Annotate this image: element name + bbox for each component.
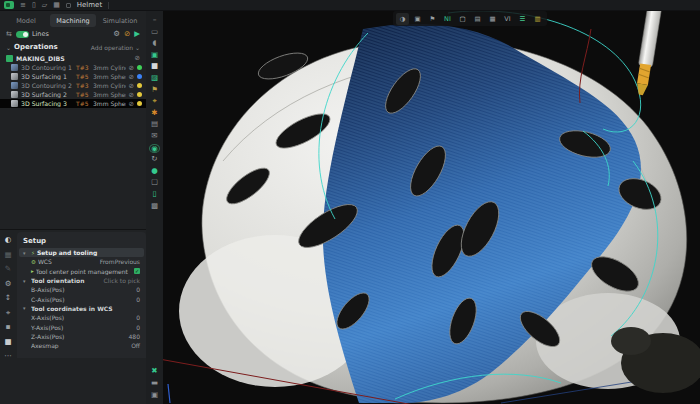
topbar-divider xyxy=(108,2,109,9)
gesture-icon[interactable]: ✱ xyxy=(149,109,160,118)
setup-row-label: B-Axis(Pos) xyxy=(31,286,134,293)
gear-icon[interactable]: ⚙ xyxy=(113,29,120,39)
viewport-3d[interactable]: ◑ ▣ ⚑ NI ▢ ▤ ▦ VI ☰ ▥ xyxy=(163,11,700,404)
settings-gear-icon[interactable]: ⚙ xyxy=(5,279,12,288)
setup-row-value[interactable]: 0 xyxy=(136,286,140,293)
setup-row-c-axis[interactable]: C-Axis(Pos) 0 xyxy=(17,294,146,303)
ni-toggle[interactable]: NI xyxy=(441,13,454,25)
gallery-icon[interactable]: ▦ xyxy=(53,1,60,10)
visibility-icon[interactable]: ⊘ xyxy=(129,91,134,99)
caret-icon[interactable]: ▾ xyxy=(23,278,29,284)
operation-row[interactable]: 3D Surfacing 1 T#5 3mm Spherical mill ⊘ xyxy=(0,72,146,81)
stock-icon[interactable]: ■ xyxy=(149,62,160,71)
setup-row-value[interactable]: 0 xyxy=(136,296,140,303)
stock-view-icon[interactable]: ▣ xyxy=(411,13,424,25)
bolt-icon: ⚡ xyxy=(31,250,35,256)
operation-group-row[interactable]: MAKING_DIBS ⊘ xyxy=(0,53,146,63)
view-globe-icon[interactable]: ◐ xyxy=(5,235,12,244)
tab-simulation[interactable]: Simulation xyxy=(97,14,143,27)
fixture-icon[interactable]: ▨ xyxy=(149,74,160,83)
operation-row-selected[interactable]: 3D Surfacing 3 T#5 3mm Spherical mill ⊘ xyxy=(0,99,146,108)
document-icon[interactable]: ▤ xyxy=(149,120,160,129)
collapse-caret-icon[interactable]: ⌄ xyxy=(6,44,11,51)
frame-icon[interactable]: ▯ xyxy=(149,190,160,199)
setup-row-tool-orientation[interactable]: ▾ Tool orientation Click to pick xyxy=(17,276,146,285)
setup-row-value[interactable]: 480 xyxy=(129,333,140,340)
operation-name: 3D Surfacing 1 xyxy=(21,73,73,80)
tab-machining[interactable]: Machining xyxy=(50,14,96,27)
checkbox-checked[interactable]: ✓ xyxy=(134,268,140,274)
grid-icon[interactable]: ▦ xyxy=(486,13,499,25)
app-logo-icon[interactable] xyxy=(4,1,14,9)
display-icon[interactable]: ▭ xyxy=(149,28,160,37)
camera-icon[interactable]: ● xyxy=(149,167,160,176)
rotate-icon[interactable]: ↻ xyxy=(149,155,160,164)
swap-icon[interactable]: ⇆ xyxy=(6,30,12,38)
stats-columns-icon[interactable]: ▥ xyxy=(531,13,544,25)
model-view-icon[interactable]: ◖ xyxy=(149,39,160,48)
setup-row-value[interactable]: Off xyxy=(131,342,140,349)
pointer-icon[interactable]: ▣ xyxy=(149,391,160,400)
close-icon[interactable]: ✖ xyxy=(149,367,160,376)
setup-row-x-axis[interactable]: X-Axis(Pos) 0 xyxy=(17,313,146,322)
setup-row-wcs[interactable]: ⚙ WCS FromPrevious xyxy=(17,257,146,266)
chip-icon[interactable]: ▩ xyxy=(149,202,160,211)
block-icon[interactable]: ⊘ xyxy=(124,29,130,39)
open-folder-icon[interactable]: ▱ xyxy=(42,1,47,10)
visibility-icon[interactable]: ⊘ xyxy=(135,54,140,62)
tool-name: 3mm Spherical mill xyxy=(93,100,126,107)
target-icon[interactable]: ⌖ xyxy=(6,308,10,317)
operation-row[interactable]: 3D Contouring 1 T#3 3mm Cylindrical mill… xyxy=(0,63,146,72)
plane-icon[interactable]: ▢ xyxy=(456,13,469,25)
panel-list-icon[interactable]: ▤ xyxy=(471,13,484,25)
probe-flag-icon[interactable]: ⚑ xyxy=(426,13,439,25)
viewport-3d-scene[interactable] xyxy=(163,11,700,404)
setup-row-value[interactable]: 0 xyxy=(136,324,140,331)
collapse-icon[interactable]: – xyxy=(149,16,160,25)
new-file-icon[interactable]: ▯ xyxy=(32,1,36,10)
origin-point-icon[interactable]: ◉ xyxy=(149,144,160,153)
setup-row-value[interactable]: 0 xyxy=(136,314,140,321)
setup-row-value[interactable]: Click to pick xyxy=(104,277,140,284)
setup-row-tcp-management[interactable]: ▸ Tool center point management ✓ xyxy=(17,267,146,276)
more-icon[interactable]: ⋯ xyxy=(4,351,12,360)
probe-flag-icon[interactable]: ⚑ xyxy=(149,86,160,95)
operation-row[interactable]: 3D Surfacing 2 T#5 3mm Spherical mill ⊘ xyxy=(0,90,146,99)
sketch-icon[interactable]: ✎ xyxy=(5,264,11,273)
setup-row-axesmap[interactable]: Axesmap Off xyxy=(17,341,146,350)
visibility-icon[interactable]: ⊘ xyxy=(129,82,134,90)
lines-toggle[interactable]: Lines xyxy=(16,30,49,38)
toggle-pill[interactable] xyxy=(16,31,29,38)
marker-icon[interactable]: ⌖ xyxy=(149,97,160,106)
comment-icon[interactable]: ✉ xyxy=(149,132,160,141)
layers-icon[interactable]: ☰ xyxy=(516,13,529,25)
caret-icon[interactable]: ▾ xyxy=(23,250,29,256)
setup-row-value[interactable]: FromPrevious xyxy=(100,258,140,265)
visibility-icon[interactable]: ⊘ xyxy=(129,100,134,108)
add-operation-button[interactable]: Add operation ⌄ xyxy=(91,44,140,51)
tab-model[interactable]: Model xyxy=(3,14,49,27)
menu-icon[interactable]: ≡ xyxy=(20,1,26,10)
play-icon[interactable]: ▶ xyxy=(134,29,140,39)
tool-number: T#5 xyxy=(76,73,90,80)
material-icon[interactable]: ▣ xyxy=(149,51,160,60)
app-topbar: ≡ ▯ ▱ ▦ Helmet xyxy=(0,0,700,11)
grid-plane-icon[interactable]: ▦ xyxy=(4,250,11,259)
operation-row[interactable]: 3D Contouring 2 T#3 3mm Cylindrical mill… xyxy=(0,81,146,90)
setup-row-tool-coordinates[interactable]: ▾ Tool coordinates in WCS xyxy=(17,304,146,313)
alert-icon[interactable]: ▪ xyxy=(5,322,10,331)
screen-icon[interactable]: ▢ xyxy=(149,178,160,187)
keyboard-icon[interactable]: ▬ xyxy=(149,379,160,388)
vi-toggle[interactable]: VI xyxy=(501,13,514,25)
operation-type-icon xyxy=(11,64,18,71)
stock-icon[interactable]: ■ xyxy=(4,337,11,346)
visibility-icon[interactable]: ⊘ xyxy=(129,64,134,72)
axes-icon[interactable]: ↕ xyxy=(5,293,11,302)
visibility-toggle-icon[interactable]: ◑ xyxy=(396,13,409,25)
setup-row-b-axis[interactable]: B-Axis(Pos) 0 xyxy=(17,285,146,294)
setup-row-setup-and-tooling[interactable]: ▾ ⚡ Setup and tooling xyxy=(19,248,144,257)
setup-row-y-axis[interactable]: Y-Axis(Pos) 0 xyxy=(17,322,146,331)
setup-row-z-axis[interactable]: Z-Axis(Pos) 480 xyxy=(17,332,146,341)
visibility-icon[interactable]: ⊘ xyxy=(129,73,134,81)
caret-icon[interactable]: ▾ xyxy=(23,305,29,311)
